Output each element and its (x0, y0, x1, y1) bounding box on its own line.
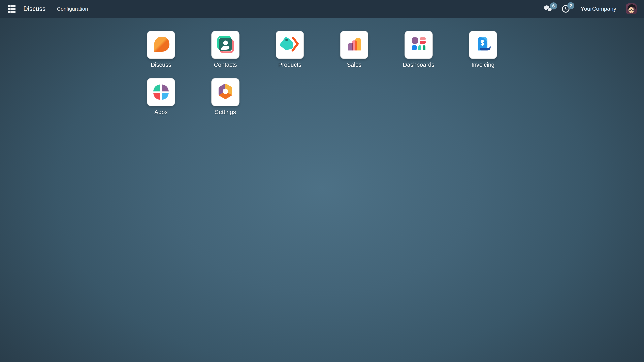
avatar-image (626, 3, 637, 14)
home-menu: Discuss Contacts Products Sales Dashboar… (0, 31, 644, 125)
app-label: Settings (215, 109, 236, 115)
app-tile (211, 31, 240, 59)
svg-text:$: $ (480, 39, 484, 47)
menu-configuration[interactable]: Configuration (53, 4, 92, 14)
systray: 6 2 YourCompany (544, 3, 637, 14)
contacts-icon (215, 35, 236, 55)
products-icon (280, 35, 300, 55)
app-tile (340, 31, 368, 59)
app-shortcut-sales[interactable]: Sales (340, 31, 368, 78)
app-shortcut-invoicing[interactable]: $ Invoicing (469, 31, 497, 78)
apps-icon (151, 82, 171, 102)
app-label: Contacts (214, 61, 237, 68)
discuss-icon (151, 35, 171, 55)
app-menubar: Configuration (53, 4, 92, 14)
app-label: Dashboards (403, 61, 434, 68)
app-label: Products (278, 61, 301, 68)
app-shortcut-contacts[interactable]: Contacts (211, 31, 240, 78)
apps-grid: Discuss Contacts Products Sales Dashboar… (129, 31, 515, 125)
current-app-menu[interactable]: Discuss (21, 5, 48, 12)
app-shortcut-apps[interactable]: Apps (147, 78, 175, 125)
app-shortcut-products[interactable]: Products (276, 31, 304, 78)
messages-count-badge: 6 (550, 2, 557, 9)
settings-icon (215, 82, 236, 102)
activities-button[interactable]: 2 (562, 5, 570, 13)
top-navbar: Discuss Configuration 6 2 YourCompany (0, 0, 644, 18)
app-label: Sales (347, 61, 362, 68)
apps-grid-icon (8, 5, 16, 13)
messages-button[interactable]: 6 (544, 5, 553, 13)
app-shortcut-discuss[interactable]: Discuss (147, 31, 175, 78)
app-tile (147, 31, 175, 59)
app-tile: $ (469, 31, 497, 59)
app-shortcut-dashboards[interactable]: Dashboards (403, 31, 434, 78)
app-tile (147, 78, 175, 106)
app-shortcut-settings[interactable]: Settings (211, 78, 240, 125)
app-label: Discuss (151, 61, 171, 68)
company-switcher[interactable]: YourCompany (581, 6, 616, 12)
app-tile (211, 78, 240, 106)
dashboards-icon (408, 35, 429, 55)
app-label: Apps (154, 109, 168, 115)
user-avatar[interactable] (626, 3, 637, 14)
sales-icon (344, 35, 364, 55)
activities-count-badge: 2 (567, 2, 574, 9)
app-tile (404, 31, 433, 59)
app-label: Invoicing (472, 61, 494, 68)
app-tile (276, 31, 304, 59)
invoicing-icon: $ (473, 35, 493, 55)
apps-menu-toggle-button[interactable] (4, 2, 18, 16)
